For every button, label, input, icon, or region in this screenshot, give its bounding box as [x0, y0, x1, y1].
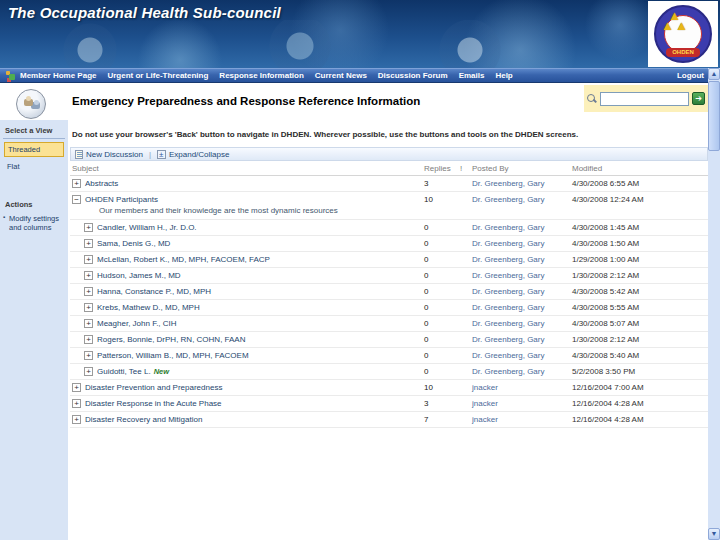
search-input[interactable] [600, 92, 689, 106]
vertical-scrollbar[interactable]: ▲ ▼ [708, 68, 720, 540]
expand-icon[interactable]: + [84, 255, 93, 264]
replies-cell: 0 [422, 271, 458, 280]
select-view-header: Select a View [3, 124, 65, 139]
posted-by-link[interactable]: Dr. Greenberg, Gary [470, 287, 570, 296]
logout-link[interactable]: Logout [677, 71, 704, 80]
subject-link[interactable]: Disaster Recovery and Mitigation [85, 415, 202, 424]
expand-icon[interactable]: + [84, 335, 93, 344]
expand-icon[interactable]: + [84, 271, 93, 280]
posted-by-link[interactable]: Dr. Greenberg, Gary [470, 271, 570, 280]
main-content: Do not use your browser's 'Back' button … [70, 120, 708, 540]
expand-icon[interactable]: + [84, 303, 93, 312]
search-go-button[interactable]: ➔ [692, 92, 705, 105]
posted-by-link[interactable]: Dr. Greenberg, Gary [470, 239, 570, 248]
banner-photo-montage [0, 20, 648, 68]
replies-cell: 0 [422, 367, 458, 376]
subject-link[interactable]: Abstracts [85, 179, 118, 188]
subject-link[interactable]: Hanna, Constance P., MD, MPH [97, 287, 211, 296]
nav-item-urgent-or-life-threatening[interactable]: Urgent or Life-Threatening [107, 71, 208, 80]
posted-by-link[interactable]: Dr. Greenberg, Gary [470, 255, 570, 264]
view-flat[interactable]: Flat [3, 159, 65, 174]
posted-by-link[interactable]: Dr. Greenberg, Gary [470, 351, 570, 360]
modified-cell: 4/30/2008 12:24 AM [570, 195, 708, 204]
nav-item-discussion-forum[interactable]: Discussion Forum [378, 71, 448, 80]
posted-by-link[interactable]: Dr. Greenberg, Gary [470, 367, 570, 376]
modified-cell: 4/30/2008 1:50 AM [570, 239, 708, 248]
modified-cell: 4/30/2008 1:45 AM [570, 223, 708, 232]
subject-link[interactable]: Disaster Prevention and Preparedness [85, 383, 222, 392]
search-icon [587, 94, 597, 104]
subject-cell: +Abstracts [70, 179, 422, 188]
posted-by-link[interactable]: Dr. Greenberg, Gary [470, 179, 570, 188]
nav-item-emails[interactable]: Emails [459, 71, 485, 80]
expand-icon[interactable]: + [84, 367, 93, 376]
subject-link[interactable]: OHDEN Participants [85, 195, 158, 204]
nav-item-member-home-page[interactable]: Member Home Page [20, 71, 96, 80]
scrollbar-thumb[interactable] [708, 81, 720, 151]
col-header-posted-by[interactable]: Posted By [470, 164, 570, 173]
expand-collapse-icon [157, 150, 166, 159]
expand-icon[interactable]: + [72, 179, 81, 188]
table-row: +Candler, William H., Jr. D.O.0Dr. Green… [70, 220, 708, 236]
subject-link[interactable]: Krebs, Mathew D., MD, MPH [97, 303, 200, 312]
posted-by-link[interactable]: Dr. Greenberg, Gary [470, 303, 570, 312]
actions-header: Actions [3, 198, 65, 212]
ohden-logo-ring: ▲▲▲ OHDEN [654, 5, 712, 63]
subject-cell: +Meagher, John F., CIH [70, 319, 422, 328]
col-header-icon[interactable]: ! [458, 164, 470, 173]
col-header-modified[interactable]: Modified [570, 164, 708, 173]
posted-by-link[interactable]: jnacker [470, 383, 570, 392]
posted-by-link[interactable]: Dr. Greenberg, Gary [470, 335, 570, 344]
new-discussion-button[interactable]: New Discussion [75, 150, 143, 159]
collapse-icon[interactable]: − [72, 195, 81, 204]
modified-cell: 12/16/2004 4:28 AM [570, 399, 708, 408]
nav-item-response-information[interactable]: Response Information [219, 71, 303, 80]
view-threaded[interactable]: Threaded [4, 142, 64, 157]
modified-cell: 5/2/2008 3:50 PM [570, 367, 708, 376]
subject-link[interactable]: Hudson, James M., MD [97, 271, 181, 280]
nav-item-current-news[interactable]: Current News [315, 71, 367, 80]
posted-by-link[interactable]: Dr. Greenberg, Gary [470, 223, 570, 232]
posted-by-link[interactable]: jnacker [470, 399, 570, 408]
expand-icon[interactable]: + [84, 319, 93, 328]
posted-by-link[interactable]: Dr. Greenberg, Gary [470, 195, 570, 204]
subject-link[interactable]: Rogers, Bonnie, DrPH, RN, COHN, FAAN [97, 335, 245, 344]
col-header-subject[interactable]: Subject [70, 164, 422, 173]
expand-collapse-button[interactable]: Expand/Collapse [157, 150, 229, 159]
subject-link[interactable]: McLellan, Robert K., MD, MPH, FACOEM, FA… [97, 255, 270, 264]
subject-link[interactable]: Sama, Denis G., MD [97, 239, 170, 248]
sidebar: Select a View Threaded Flat Actions Modi… [0, 120, 68, 540]
subject-cell: +Disaster Prevention and Preparedness [70, 383, 422, 392]
expand-icon[interactable]: + [84, 287, 93, 296]
replies-cell: 0 [422, 335, 458, 344]
subject-link[interactable]: Patterson, William B., MD, MPH, FACOEM [97, 351, 249, 360]
subject-cell: +McLellan, Robert K., MD, MPH, FACOEM, F… [70, 255, 422, 264]
col-header-replies[interactable]: Replies [422, 164, 458, 173]
subject-cell: +Krebs, Mathew D., MD, MPH [70, 303, 422, 312]
posted-by-link[interactable]: jnacker [470, 415, 570, 424]
scroll-down-button[interactable]: ▼ [708, 528, 720, 540]
modified-cell: 4/30/2008 6:55 AM [570, 179, 708, 188]
expand-icon[interactable]: + [84, 239, 93, 248]
nav-item-help[interactable]: Help [495, 71, 512, 80]
expand-icon[interactable]: + [72, 383, 81, 392]
replies-cell: 0 [422, 319, 458, 328]
page-title: Emergency Preparedness and Response Refe… [72, 95, 420, 107]
posted-by-link[interactable]: Dr. Greenberg, Gary [470, 319, 570, 328]
subject-link[interactable]: Disaster Response in the Acute Phase [85, 399, 222, 408]
modify-settings-link[interactable]: Modify settings and columns [3, 212, 65, 233]
subject-link[interactable]: Meagher, John F., CIH [97, 319, 177, 328]
expand-icon[interactable]: + [72, 399, 81, 408]
ohden-logo: ▲▲▲ OHDEN [648, 1, 718, 67]
modified-cell: 12/16/2004 4:28 AM [570, 415, 708, 424]
subject-cell: +Patterson, William B., MD, MPH, FACOEM [70, 351, 422, 360]
subject-link[interactable]: Guidotti, Tee L. [97, 367, 151, 376]
modified-cell: 4/30/2008 5:55 AM [570, 303, 708, 312]
scroll-up-button[interactable]: ▲ [708, 68, 720, 80]
expand-icon[interactable]: + [72, 415, 81, 424]
subject-link[interactable]: Candler, William H., Jr. D.O. [97, 223, 197, 232]
table-row: +Patterson, William B., MD, MPH, FACOEM0… [70, 348, 708, 364]
toolbar-separator: | [149, 150, 151, 159]
expand-icon[interactable]: + [84, 351, 93, 360]
expand-icon[interactable]: + [84, 223, 93, 232]
